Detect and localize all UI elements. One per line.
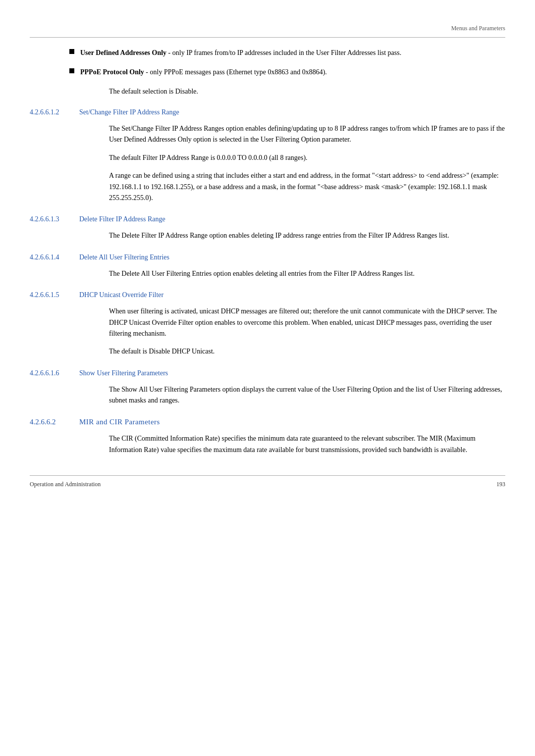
term-2: PPPoE Protocol Only [80,68,144,76]
bullet-text-2: PPPoE Protocol Only - only PPPoE message… [80,67,505,77]
section-body-2: The Delete Filter IP Address Range optio… [30,230,505,241]
desc-2: - only PPPoE messages pass (Ethernet typ… [144,68,327,76]
section-title-1: Set/Change Filter IP Address Range [79,108,179,116]
header-text: Menus and Parameters [451,25,505,32]
section-body-1: The Set/Change Filter IP Address Ranges … [30,123,505,203]
section-para: When user filtering is activated, unicas… [109,306,505,339]
header-rule [30,37,505,38]
bullet-text-1: User Defined Addresses Only - only IP fr… [80,48,505,58]
section-title-3: Delete All User Filtering Entries [79,253,169,261]
bullet-icon [69,68,74,73]
section-para: The default is Disable DHCP Unicast. [109,346,505,357]
mir-section-number: 4.2.6.6.2 [30,418,79,426]
section-number-5: 4.2.6.6.1.6 [30,369,79,377]
section-number-3: 4.2.6.6.1.4 [30,253,79,261]
section-body-4: When user filtering is activated, unicas… [30,306,505,357]
mir-section-title: MIR and CIR Parameters [79,418,160,426]
page: Menus and Parameters User Defined Addres… [0,0,535,756]
section-heading-1: 4.2.6.6.1.2 Set/Change Filter IP Address… [30,108,505,116]
mir-section-body: The CIR (Committed Information Rate) spe… [30,433,505,455]
content-area: User Defined Addresses Only - only IP fr… [0,48,535,455]
section-para: The CIR (Committed Information Rate) spe… [109,433,505,455]
section-title-4: DHCP Unicast Override Filter [79,291,163,299]
section-para: The Delete All User Filtering Entries op… [109,268,505,279]
section-number-2: 4.2.6.6.1.3 [30,215,79,223]
section-para: The Delete Filter IP Address Range optio… [109,230,505,241]
section-title-2: Delete Filter IP Address Range [79,215,165,223]
header: Menus and Parameters [0,20,535,37]
mir-section-heading: 4.2.6.6.2 MIR and CIR Parameters [30,418,505,426]
default-note: The default selection is Disable. [30,86,505,97]
footer: Operation and Administration 193 [0,476,535,488]
section-heading-2: 4.2.6.6.1.3 Delete Filter IP Address Ran… [30,215,505,223]
section-para: The Show All User Filtering Parameters o… [109,384,505,406]
page-number: 193 [496,481,505,488]
section-title-5: Show User Filtering Parameters [79,369,168,377]
section-number-1: 4.2.6.6.1.2 [30,108,79,116]
section-heading-5: 4.2.6.6.1.6 Show User Filtering Paramete… [30,369,505,377]
list-item: User Defined Addresses Only - only IP fr… [30,48,505,58]
desc-1: - only IP frames from/to IP addresses in… [166,49,401,56]
section-body-5: The Show All User Filtering Parameters o… [30,384,505,406]
section-number-4: 4.2.6.6.1.5 [30,291,79,299]
section-para: A range can be defined using a string th… [109,170,505,203]
footer-left-text: Operation and Administration [30,481,101,488]
section-para: The Set/Change Filter IP Address Ranges … [109,123,505,146]
section-heading-3: 4.2.6.6.1.4 Delete All User Filtering En… [30,253,505,261]
bullet-list: User Defined Addresses Only - only IP fr… [30,48,505,77]
section-body-3: The Delete All User Filtering Entries op… [30,268,505,279]
term-1: User Defined Addresses Only [80,49,166,56]
section-para: The default Filter IP Address Range is 0… [109,152,505,163]
section-heading-4: 4.2.6.6.1.5 DHCP Unicast Override Filter [30,291,505,299]
list-item: PPPoE Protocol Only - only PPPoE message… [30,67,505,77]
bullet-icon [69,49,74,54]
